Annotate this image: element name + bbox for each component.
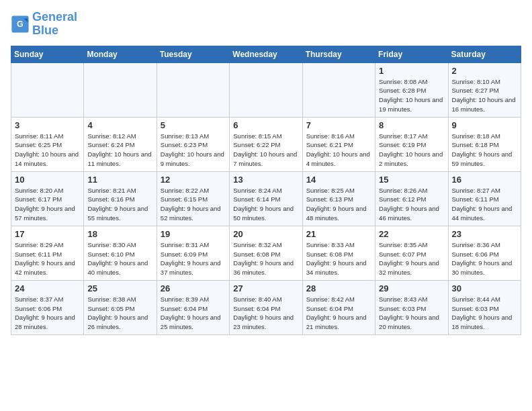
day-info: Sunrise: 8:20 AM Sunset: 6:17 PM Dayligh… — [15, 186, 80, 223]
day-info: Sunrise: 8:08 AM Sunset: 6:28 PM Dayligh… — [379, 77, 444, 114]
calendar-cell: 17Sunrise: 8:29 AM Sunset: 6:11 PM Dayli… — [11, 226, 84, 280]
day-info: Sunrise: 8:10 AM Sunset: 6:27 PM Dayligh… — [452, 77, 517, 114]
day-info: Sunrise: 8:25 AM Sunset: 6:13 PM Dayligh… — [306, 186, 371, 223]
day-info: Sunrise: 8:26 AM Sunset: 6:12 PM Dayligh… — [379, 186, 444, 223]
calendar-cell: 4Sunrise: 8:12 AM Sunset: 6:24 PM Daylig… — [84, 117, 157, 171]
weekday-header-monday: Monday — [84, 46, 157, 62]
day-info: Sunrise: 8:39 AM Sunset: 6:04 PM Dayligh… — [161, 295, 226, 332]
calendar-cell: 3Sunrise: 8:11 AM Sunset: 6:25 PM Daylig… — [11, 117, 84, 171]
calendar-cell: 23Sunrise: 8:36 AM Sunset: 6:06 PM Dayli… — [448, 226, 521, 280]
day-number: 27 — [233, 283, 298, 293]
week-row-5: 24Sunrise: 8:37 AM Sunset: 6:06 PM Dayli… — [11, 280, 521, 334]
calendar-cell: 20Sunrise: 8:32 AM Sunset: 6:08 PM Dayli… — [230, 226, 302, 280]
day-info: Sunrise: 8:35 AM Sunset: 6:07 PM Dayligh… — [379, 240, 444, 277]
calendar-cell: 29Sunrise: 8:43 AM Sunset: 6:03 PM Dayli… — [375, 280, 448, 334]
calendar-cell: 18Sunrise: 8:30 AM Sunset: 6:10 PM Dayli… — [84, 226, 157, 280]
calendar-cell: 12Sunrise: 8:22 AM Sunset: 6:15 PM Dayli… — [157, 171, 229, 226]
weekday-header-sunday: Sunday — [11, 46, 84, 62]
calendar-table: SundayMondayTuesdayWednesdayThursdayFrid… — [11, 46, 521, 335]
day-number: 14 — [306, 175, 371, 185]
calendar-cell: 13Sunrise: 8:24 AM Sunset: 6:14 PM Dayli… — [230, 171, 302, 226]
calendar-cell: 11Sunrise: 8:21 AM Sunset: 6:16 PM Dayli… — [84, 171, 157, 226]
calendar-cell — [302, 62, 375, 117]
logo: G General Blue — [11, 11, 77, 38]
day-number: 29 — [379, 283, 444, 293]
calendar-cell — [230, 62, 302, 117]
logo-text: General Blue — [32, 11, 77, 38]
day-info: Sunrise: 8:24 AM Sunset: 6:14 PM Dayligh… — [233, 186, 298, 223]
calendar-cell: 8Sunrise: 8:17 AM Sunset: 6:19 PM Daylig… — [375, 117, 448, 171]
day-info: Sunrise: 8:40 AM Sunset: 6:04 PM Dayligh… — [233, 295, 298, 332]
week-row-3: 10Sunrise: 8:20 AM Sunset: 6:17 PM Dayli… — [11, 171, 521, 226]
day-info: Sunrise: 8:44 AM Sunset: 6:03 PM Dayligh… — [452, 295, 517, 332]
day-number: 25 — [87, 283, 152, 293]
day-info: Sunrise: 8:18 AM Sunset: 6:18 PM Dayligh… — [452, 132, 517, 169]
day-number: 2 — [452, 66, 517, 76]
calendar-cell: 2Sunrise: 8:10 AM Sunset: 6:27 PM Daylig… — [448, 62, 521, 117]
day-number: 17 — [15, 229, 80, 239]
day-info: Sunrise: 8:16 AM Sunset: 6:21 PM Dayligh… — [306, 132, 371, 169]
day-number: 21 — [306, 229, 371, 239]
day-number: 20 — [233, 229, 298, 239]
day-info: Sunrise: 8:32 AM Sunset: 6:08 PM Dayligh… — [233, 240, 298, 277]
day-info: Sunrise: 8:21 AM Sunset: 6:16 PM Dayligh… — [87, 186, 152, 223]
calendar-cell: 9Sunrise: 8:18 AM Sunset: 6:18 PM Daylig… — [448, 117, 521, 171]
day-number: 9 — [452, 120, 517, 130]
calendar-cell: 22Sunrise: 8:35 AM Sunset: 6:07 PM Dayli… — [375, 226, 448, 280]
calendar-cell: 30Sunrise: 8:44 AM Sunset: 6:03 PM Dayli… — [448, 280, 521, 334]
day-info: Sunrise: 8:22 AM Sunset: 6:15 PM Dayligh… — [161, 186, 226, 223]
day-info: Sunrise: 8:15 AM Sunset: 6:22 PM Dayligh… — [233, 132, 298, 169]
day-info: Sunrise: 8:27 AM Sunset: 6:11 PM Dayligh… — [452, 186, 517, 223]
day-number: 4 — [87, 120, 152, 130]
calendar-cell: 14Sunrise: 8:25 AM Sunset: 6:13 PM Dayli… — [302, 171, 375, 226]
day-number: 24 — [15, 283, 80, 293]
calendar-cell: 25Sunrise: 8:38 AM Sunset: 6:05 PM Dayli… — [84, 280, 157, 334]
calendar-cell: 10Sunrise: 8:20 AM Sunset: 6:17 PM Dayli… — [11, 171, 84, 226]
calendar-cell — [157, 62, 229, 117]
calendar-cell: 24Sunrise: 8:37 AM Sunset: 6:06 PM Dayli… — [11, 280, 84, 334]
day-info: Sunrise: 8:42 AM Sunset: 6:04 PM Dayligh… — [306, 295, 371, 332]
day-number: 11 — [87, 175, 152, 185]
day-number: 30 — [452, 283, 517, 293]
calendar-container: G General Blue SundayMondayTuesdayWednes… — [0, 0, 532, 340]
day-info: Sunrise: 8:38 AM Sunset: 6:05 PM Dayligh… — [87, 295, 152, 332]
weekday-header-friday: Friday — [375, 46, 448, 62]
day-number: 10 — [15, 175, 80, 185]
calendar-cell: 7Sunrise: 8:16 AM Sunset: 6:21 PM Daylig… — [302, 117, 375, 171]
day-info: Sunrise: 8:33 AM Sunset: 6:08 PM Dayligh… — [306, 240, 371, 277]
calendar-cell: 1Sunrise: 8:08 AM Sunset: 6:28 PM Daylig… — [375, 62, 448, 117]
calendar-cell: 21Sunrise: 8:33 AM Sunset: 6:08 PM Dayli… — [302, 226, 375, 280]
day-info: Sunrise: 8:36 AM Sunset: 6:06 PM Dayligh… — [452, 240, 517, 277]
calendar-cell: 19Sunrise: 8:31 AM Sunset: 6:09 PM Dayli… — [157, 226, 229, 280]
day-info: Sunrise: 8:12 AM Sunset: 6:24 PM Dayligh… — [87, 132, 152, 169]
day-number: 13 — [233, 175, 298, 185]
weekday-header-tuesday: Tuesday — [157, 46, 229, 62]
weekday-header-row: SundayMondayTuesdayWednesdayThursdayFrid… — [11, 46, 521, 62]
weekday-header-saturday: Saturday — [448, 46, 521, 62]
logo-icon: G — [11, 15, 30, 34]
calendar-cell: 16Sunrise: 8:27 AM Sunset: 6:11 PM Dayli… — [448, 171, 521, 226]
week-row-1: 1Sunrise: 8:08 AM Sunset: 6:28 PM Daylig… — [11, 62, 521, 117]
day-info: Sunrise: 8:30 AM Sunset: 6:10 PM Dayligh… — [87, 240, 152, 277]
calendar-cell — [84, 62, 157, 117]
calendar-cell: 5Sunrise: 8:13 AM Sunset: 6:23 PM Daylig… — [157, 117, 229, 171]
day-number: 7 — [306, 120, 371, 130]
day-number: 1 — [379, 66, 444, 76]
day-info: Sunrise: 8:11 AM Sunset: 6:25 PM Dayligh… — [15, 132, 80, 169]
day-info: Sunrise: 8:31 AM Sunset: 6:09 PM Dayligh… — [161, 240, 226, 277]
weekday-header-wednesday: Wednesday — [230, 46, 302, 62]
day-number: 12 — [161, 175, 226, 185]
day-info: Sunrise: 8:13 AM Sunset: 6:23 PM Dayligh… — [161, 132, 226, 169]
header: G General Blue — [11, 11, 521, 38]
weekday-header-thursday: Thursday — [302, 46, 375, 62]
calendar-cell — [11, 62, 84, 117]
day-info: Sunrise: 8:17 AM Sunset: 6:19 PM Dayligh… — [379, 132, 444, 169]
day-info: Sunrise: 8:43 AM Sunset: 6:03 PM Dayligh… — [379, 295, 444, 332]
day-number: 8 — [379, 120, 444, 130]
day-number: 5 — [161, 120, 226, 130]
calendar-cell: 15Sunrise: 8:26 AM Sunset: 6:12 PM Dayli… — [375, 171, 448, 226]
day-number: 28 — [306, 283, 371, 293]
day-number: 3 — [15, 120, 80, 130]
calendar-cell: 26Sunrise: 8:39 AM Sunset: 6:04 PM Dayli… — [157, 280, 229, 334]
calendar-cell: 28Sunrise: 8:42 AM Sunset: 6:04 PM Dayli… — [302, 280, 375, 334]
